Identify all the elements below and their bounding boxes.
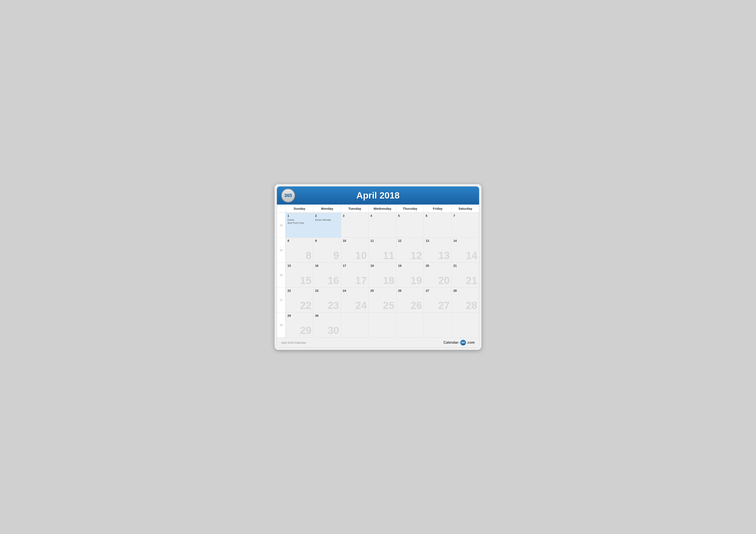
calendar-cell[interactable]: 5 [396,213,424,238]
calendar-cell[interactable] [368,313,396,338]
event-label: Easter Monday [315,218,339,221]
day-number: 2 [315,214,339,217]
calendar-cell[interactable]: 2222 [285,288,313,313]
watermark: 30 [328,325,339,336]
calendar-cell[interactable]: 2525 [368,288,396,313]
day-number: 15 [287,264,311,267]
footer-logo-circle: 365 [460,340,466,345]
day-number: 3 [343,214,367,217]
calendar-cell[interactable]: 2626 [396,288,424,313]
calendar-cell[interactable]: 7 [451,213,479,238]
day-number: 30 [315,314,339,318]
day-number: 6 [426,214,449,217]
calendar-cell[interactable]: 1717 [341,263,368,288]
calendar-cell[interactable]: 1515 [285,263,313,288]
day-number: 23 [315,289,339,292]
calendar-footer: April 2018 Calendar Calendar- 365 .com [277,338,479,347]
day-header-saturday: Saturday [451,205,479,213]
day-number: 8 [287,239,311,242]
calendar-cell[interactable]: 1919 [396,263,424,288]
calendar-cell[interactable]: 1414 [451,238,479,263]
day-number: 16 [315,264,339,267]
calendar-week-4: 1829293030 [277,313,479,338]
watermark: 27 [438,300,449,311]
watermark: 17 [355,275,366,286]
watermark: 16 [328,275,339,286]
calendar-cell[interactable]: 1313 [424,238,451,263]
day-number: 25 [370,289,394,292]
day-number: 24 [343,289,367,292]
calendar-body: SundayMondayTuesdayWednesdayThursdayFrid… [277,205,479,338]
day-number: 26 [398,289,422,292]
day-number: 7 [453,214,477,217]
calendar-cell[interactable]: 1111 [368,238,396,263]
calendar-week-0: 141EasterApril Fool's Day2Easter Monday3… [277,213,479,238]
calendar-title: April 2018 [299,191,457,201]
day-header-thursday: Thursday [396,205,424,213]
calendar-cell[interactable]: 2Easter Monday [313,213,341,238]
calendar-cell[interactable]: 2020 [424,263,451,288]
calendar-week-3: 172222232324242525262627272828 [277,288,479,313]
day-number: 1 [287,214,311,217]
watermark: 12 [411,250,422,261]
calendar-cell[interactable] [396,313,424,338]
watermark: 26 [411,300,422,311]
watermark: 28 [466,300,477,311]
day-headers: SundayMondayTuesdayWednesdayThursdayFrid… [277,205,479,213]
calendar-cell[interactable]: 1010 [341,238,368,263]
footer-left-text: April 2018 Calendar [281,341,306,344]
calendar-week-1: 15889910101111121213131414 [277,238,479,263]
calendar-cell[interactable]: 2727 [424,288,451,313]
day-number: 18 [370,264,394,267]
calendar-cell[interactable]: 2929 [285,313,313,338]
day-number: 10 [343,239,367,242]
day-number: 17 [343,264,367,267]
watermark: 22 [300,300,311,311]
calendar-cell[interactable]: 99 [313,238,341,263]
calendar-cell[interactable] [451,313,479,338]
logo-circle: 365 [281,189,295,202]
calendar-cell[interactable] [424,313,451,338]
watermark: 29 [300,325,311,336]
watermark: 14 [466,250,477,261]
calendar-cell[interactable]: 1818 [368,263,396,288]
day-header-friday: Friday [424,205,451,213]
calendar-cell[interactable] [341,313,368,338]
watermark: 18 [383,275,394,286]
day-number: 20 [426,264,449,267]
calendar-cell[interactable]: 2828 [451,288,479,313]
calendar-cell[interactable]: 88 [285,238,313,263]
week-number-4: 18 [277,313,285,338]
calendar-cell[interactable]: 1EasterApril Fool's Day [285,213,313,238]
event-label: Easter [287,218,311,221]
day-number: 14 [453,239,477,242]
calendar-cell[interactable]: 4 [368,213,396,238]
calendar-cell[interactable]: 2121 [451,263,479,288]
calendar-cell[interactable]: 3 [341,213,368,238]
day-number: 19 [398,264,422,267]
day-header-tuesday: Tuesday [341,205,368,213]
calendar-cell[interactable]: 2323 [313,288,341,313]
calendar-header: 365 April 2018 [277,187,479,205]
day-number: 11 [370,239,394,242]
calendar-cell[interactable]: 6 [424,213,451,238]
calendar-cell[interactable]: 1212 [396,238,424,263]
calendar-cell[interactable]: 2424 [341,288,368,313]
watermark: 23 [328,300,339,311]
watermark: 25 [383,300,394,311]
day-number: 28 [453,289,477,292]
footer-logo: Calendar- 365 .com [444,340,475,345]
calendar-cell[interactable]: 3030 [313,313,341,338]
day-number: 13 [426,239,449,242]
watermark: 19 [411,275,422,286]
watermark: 8 [306,250,311,261]
day-number: 5 [398,214,422,217]
page-wrapper: 365 April 2018 SundayMondayTuesdayWednes… [275,184,481,350]
day-number: 9 [315,239,339,242]
calendar-grid: 141EasterApril Fool's Day2Easter Monday3… [277,213,479,338]
watermark: 20 [438,275,449,286]
watermark: 9 [334,250,339,261]
calendar-container: 365 April 2018 SundayMondayTuesdayWednes… [277,186,479,348]
day-header-monday: Monday [313,205,341,213]
calendar-cell[interactable]: 1616 [313,263,341,288]
